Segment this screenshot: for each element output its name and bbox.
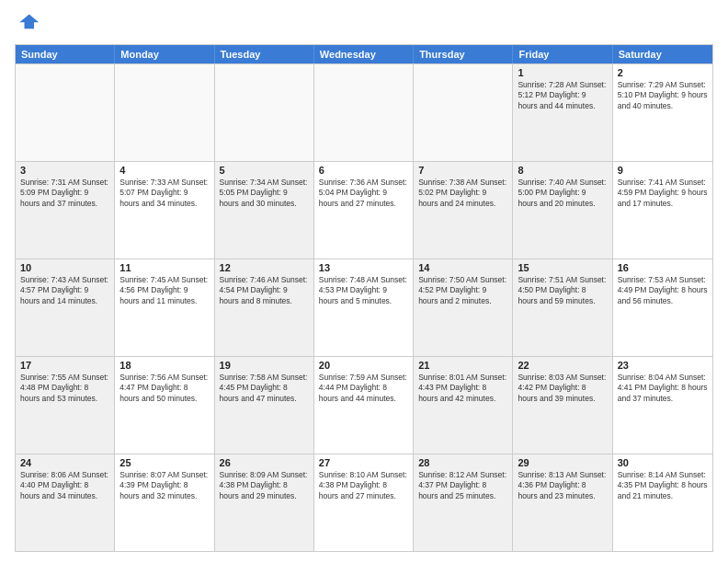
day-info: Sunrise: 7:29 AM Sunset: 5:10 PM Dayligh… bbox=[618, 80, 708, 111]
calendar-cell-14: 14Sunrise: 7:50 AM Sunset: 4:52 PM Dayli… bbox=[414, 259, 513, 356]
page: SundayMondayTuesdayWednesdayThursdayFrid… bbox=[0, 0, 728, 563]
calendar-cell-17: 17Sunrise: 7:55 AM Sunset: 4:48 PM Dayli… bbox=[16, 357, 115, 454]
day-number: 24 bbox=[20, 457, 109, 468]
day-info: Sunrise: 7:38 AM Sunset: 5:02 PM Dayligh… bbox=[418, 178, 507, 209]
day-info: Sunrise: 7:58 AM Sunset: 4:45 PM Dayligh… bbox=[220, 373, 309, 404]
day-number: 20 bbox=[319, 360, 408, 371]
calendar-row-5: 24Sunrise: 8:06 AM Sunset: 4:40 PM Dayli… bbox=[16, 454, 712, 551]
day-info: Sunrise: 7:55 AM Sunset: 4:48 PM Dayligh… bbox=[20, 373, 109, 404]
day-info: Sunrise: 7:34 AM Sunset: 5:05 PM Dayligh… bbox=[220, 178, 309, 209]
svg-marker-0 bbox=[19, 15, 39, 29]
day-info: Sunrise: 7:31 AM Sunset: 5:09 PM Dayligh… bbox=[20, 178, 109, 209]
header-day-saturday: Saturday bbox=[613, 45, 712, 63]
day-number: 17 bbox=[20, 360, 109, 371]
day-info: Sunrise: 8:12 AM Sunset: 4:37 PM Dayligh… bbox=[418, 470, 507, 501]
header-day-monday: Monday bbox=[115, 45, 214, 63]
day-number: 4 bbox=[119, 165, 209, 176]
day-number: 22 bbox=[518, 360, 607, 371]
day-number: 13 bbox=[319, 262, 408, 273]
calendar-cell-18: 18Sunrise: 7:56 AM Sunset: 4:47 PM Dayli… bbox=[115, 357, 214, 454]
day-info: Sunrise: 8:09 AM Sunset: 4:38 PM Dayligh… bbox=[220, 470, 309, 501]
day-number: 25 bbox=[119, 457, 209, 468]
calendar-cell-3: 3Sunrise: 7:31 AM Sunset: 5:09 PM Daylig… bbox=[16, 162, 115, 259]
calendar-cell-5: 5Sunrise: 7:34 AM Sunset: 5:05 PM Daylig… bbox=[215, 162, 314, 259]
calendar-cell-28: 28Sunrise: 8:12 AM Sunset: 4:37 PM Dayli… bbox=[414, 454, 513, 551]
day-info: Sunrise: 8:13 AM Sunset: 4:36 PM Dayligh… bbox=[518, 470, 607, 501]
header-day-wednesday: Wednesday bbox=[314, 45, 414, 63]
calendar-cell-12: 12Sunrise: 7:46 AM Sunset: 4:54 PM Dayli… bbox=[215, 259, 314, 356]
header-day-tuesday: Tuesday bbox=[215, 45, 314, 63]
calendar-cell-21: 21Sunrise: 8:01 AM Sunset: 4:43 PM Dayli… bbox=[414, 357, 513, 454]
day-number: 8 bbox=[518, 165, 607, 176]
calendar-header: SundayMondayTuesdayWednesdayThursdayFrid… bbox=[16, 45, 712, 63]
calendar-cell-7: 7Sunrise: 7:38 AM Sunset: 5:02 PM Daylig… bbox=[414, 162, 513, 259]
day-number: 11 bbox=[119, 262, 209, 273]
day-info: Sunrise: 7:48 AM Sunset: 4:53 PM Dayligh… bbox=[319, 275, 408, 306]
calendar: SundayMondayTuesdayWednesdayThursdayFrid… bbox=[15, 44, 713, 552]
calendar-row-2: 3Sunrise: 7:31 AM Sunset: 5:09 PM Daylig… bbox=[16, 161, 712, 259]
day-info: Sunrise: 8:06 AM Sunset: 4:40 PM Dayligh… bbox=[20, 470, 109, 501]
header-day-friday: Friday bbox=[513, 45, 612, 63]
day-number: 1 bbox=[518, 67, 607, 78]
day-number: 15 bbox=[518, 262, 607, 273]
logo-icon bbox=[15, 11, 40, 37]
day-info: Sunrise: 7:46 AM Sunset: 4:54 PM Dayligh… bbox=[220, 275, 309, 306]
day-number: 29 bbox=[518, 457, 607, 468]
day-info: Sunrise: 8:01 AM Sunset: 4:43 PM Dayligh… bbox=[418, 373, 507, 404]
day-info: Sunrise: 7:33 AM Sunset: 5:07 PM Dayligh… bbox=[119, 178, 209, 209]
day-number: 26 bbox=[220, 457, 309, 468]
header-day-sunday: Sunday bbox=[16, 45, 115, 63]
header bbox=[15, 11, 713, 37]
day-number: 28 bbox=[418, 457, 507, 468]
calendar-cell-27: 27Sunrise: 8:10 AM Sunset: 4:38 PM Dayli… bbox=[314, 454, 414, 551]
logo bbox=[15, 11, 44, 37]
calendar-cell-19: 19Sunrise: 7:58 AM Sunset: 4:45 PM Dayli… bbox=[215, 357, 314, 454]
calendar-cell-8: 8Sunrise: 7:40 AM Sunset: 5:00 PM Daylig… bbox=[513, 162, 612, 259]
calendar-cell-11: 11Sunrise: 7:45 AM Sunset: 4:56 PM Dayli… bbox=[115, 259, 214, 356]
calendar-row-4: 17Sunrise: 7:55 AM Sunset: 4:48 PM Dayli… bbox=[16, 356, 712, 454]
calendar-cell-10: 10Sunrise: 7:43 AM Sunset: 4:57 PM Dayli… bbox=[16, 259, 115, 356]
day-number: 3 bbox=[20, 165, 109, 176]
day-info: Sunrise: 8:03 AM Sunset: 4:42 PM Dayligh… bbox=[518, 373, 607, 404]
day-number: 2 bbox=[618, 67, 708, 78]
day-number: 18 bbox=[119, 360, 209, 371]
calendar-cell-26: 26Sunrise: 8:09 AM Sunset: 4:38 PM Dayli… bbox=[215, 454, 314, 551]
day-number: 5 bbox=[220, 165, 309, 176]
day-info: Sunrise: 7:43 AM Sunset: 4:57 PM Dayligh… bbox=[20, 275, 109, 306]
calendar-cell-empty bbox=[115, 64, 214, 161]
day-number: 30 bbox=[618, 457, 708, 468]
calendar-cell-4: 4Sunrise: 7:33 AM Sunset: 5:07 PM Daylig… bbox=[115, 162, 214, 259]
calendar-cell-16: 16Sunrise: 7:53 AM Sunset: 4:49 PM Dayli… bbox=[613, 259, 712, 356]
calendar-body: 1Sunrise: 7:28 AM Sunset: 5:12 PM Daylig… bbox=[16, 63, 712, 551]
day-info: Sunrise: 7:53 AM Sunset: 4:49 PM Dayligh… bbox=[618, 275, 708, 306]
day-number: 9 bbox=[618, 165, 708, 176]
calendar-cell-15: 15Sunrise: 7:51 AM Sunset: 4:50 PM Dayli… bbox=[513, 259, 612, 356]
calendar-cell-23: 23Sunrise: 8:04 AM Sunset: 4:41 PM Dayli… bbox=[613, 357, 712, 454]
calendar-cell-empty bbox=[314, 64, 414, 161]
calendar-cell-22: 22Sunrise: 8:03 AM Sunset: 4:42 PM Dayli… bbox=[513, 357, 612, 454]
calendar-cell-empty bbox=[414, 64, 513, 161]
day-number: 6 bbox=[319, 165, 408, 176]
calendar-row-3: 10Sunrise: 7:43 AM Sunset: 4:57 PM Dayli… bbox=[16, 259, 712, 356]
day-info: Sunrise: 7:59 AM Sunset: 4:44 PM Dayligh… bbox=[319, 373, 408, 404]
day-info: Sunrise: 8:14 AM Sunset: 4:35 PM Dayligh… bbox=[618, 470, 708, 501]
day-number: 10 bbox=[20, 262, 109, 273]
day-info: Sunrise: 7:28 AM Sunset: 5:12 PM Dayligh… bbox=[518, 80, 607, 111]
day-info: Sunrise: 8:10 AM Sunset: 4:38 PM Dayligh… bbox=[319, 470, 408, 501]
day-number: 16 bbox=[618, 262, 708, 273]
calendar-cell-6: 6Sunrise: 7:36 AM Sunset: 5:04 PM Daylig… bbox=[314, 162, 414, 259]
day-number: 7 bbox=[418, 165, 507, 176]
calendar-cell-25: 25Sunrise: 8:07 AM Sunset: 4:39 PM Dayli… bbox=[115, 454, 214, 551]
calendar-cell-20: 20Sunrise: 7:59 AM Sunset: 4:44 PM Dayli… bbox=[314, 357, 414, 454]
day-number: 21 bbox=[418, 360, 507, 371]
day-number: 12 bbox=[220, 262, 309, 273]
calendar-cell-29: 29Sunrise: 8:13 AM Sunset: 4:36 PM Dayli… bbox=[513, 454, 612, 551]
day-info: Sunrise: 8:04 AM Sunset: 4:41 PM Dayligh… bbox=[618, 373, 708, 404]
calendar-cell-empty bbox=[16, 64, 115, 161]
calendar-cell-9: 9Sunrise: 7:41 AM Sunset: 4:59 PM Daylig… bbox=[613, 162, 712, 259]
day-number: 14 bbox=[418, 262, 507, 273]
day-number: 19 bbox=[220, 360, 309, 371]
day-info: Sunrise: 7:41 AM Sunset: 4:59 PM Dayligh… bbox=[618, 178, 708, 209]
day-number: 27 bbox=[319, 457, 408, 468]
calendar-cell-2: 2Sunrise: 7:29 AM Sunset: 5:10 PM Daylig… bbox=[613, 64, 712, 161]
